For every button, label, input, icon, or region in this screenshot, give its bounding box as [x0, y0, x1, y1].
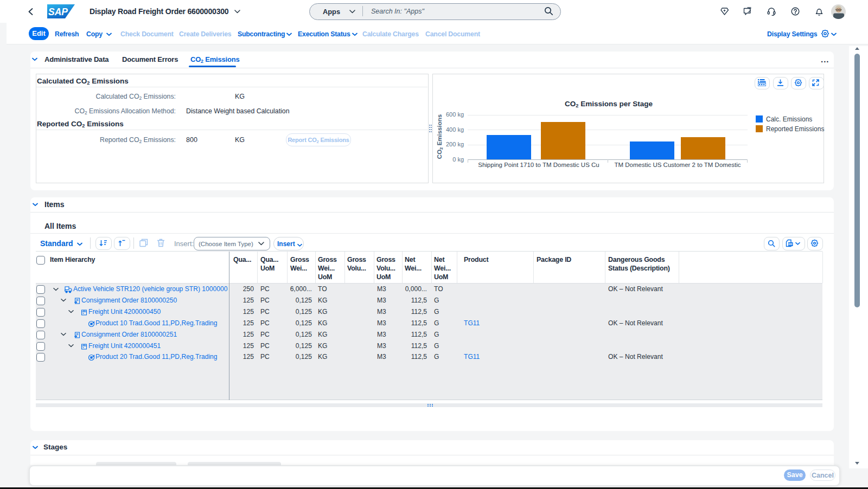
svg-text:SAP: SAP — [48, 7, 68, 17]
